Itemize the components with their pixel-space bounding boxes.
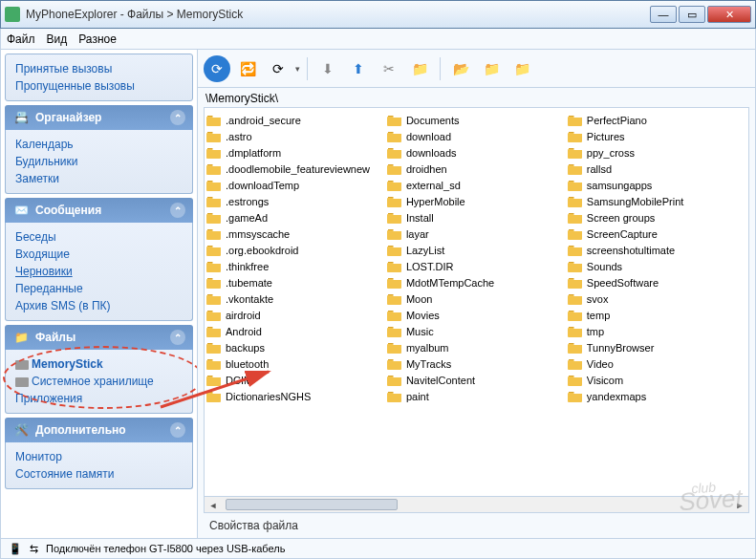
folder-item[interactable]: .gameAd [206, 209, 383, 226]
folder-item[interactable]: ScreenCapture [568, 226, 745, 242]
sidebar-item-notes[interactable]: Заметки [15, 170, 183, 187]
newfolder-button[interactable]: 📁 [406, 55, 433, 82]
sidebar-item-memorystick[interactable]: MemoryStick [15, 355, 183, 373]
folder-item[interactable]: paint [387, 388, 564, 404]
upload-button[interactable]: ⬆ [345, 55, 372, 82]
folder-item[interactable]: Documents [387, 112, 564, 128]
sidebar-item-memory-state[interactable]: Состояние памяти [15, 465, 183, 483]
folder-item[interactable]: backups [206, 339, 383, 355]
folder-item[interactable]: layar [387, 226, 564, 242]
folder-item[interactable]: samsungapps [568, 177, 745, 193]
maximize-button[interactable]: ▭ [679, 6, 705, 23]
folder-item[interactable]: SamsungMobilePrint [568, 193, 745, 209]
folder-item[interactable]: yandexmaps [568, 388, 745, 404]
file-list[interactable]: .android_secure.astro.dmplatform.doodlem… [204, 107, 749, 513]
folder-item[interactable]: Moon [387, 290, 564, 307]
panel-messages-header[interactable]: ✉️ Сообщения ⌃ [5, 198, 193, 223]
folder-item[interactable]: .astro [206, 128, 383, 144]
folder-item[interactable]: external_sd [387, 177, 564, 193]
folder-item[interactable]: temp [568, 307, 745, 323]
folder-label: Moon [406, 293, 433, 305]
folder-item[interactable]: LOST.DIR [387, 258, 564, 274]
sidebar-item-calendar[interactable]: Календарь [15, 136, 183, 153]
folder-item[interactable]: tmp [568, 323, 745, 339]
folder-item[interactable]: screenshotultimate [568, 242, 745, 258]
folder-item[interactable]: Movies [387, 307, 564, 323]
sidebar-item-systemstorage[interactable]: Системное хранилище [15, 373, 183, 390]
panel-extra-header[interactable]: 🛠️ Дополнительно ⌃ [5, 418, 193, 442]
folder-item[interactable]: DCIM [206, 372, 383, 388]
folder-item[interactable]: Music [387, 323, 564, 339]
horizontal-scrollbar[interactable]: ◄ ► [205, 496, 748, 512]
folder-item[interactable]: .vkontakte [206, 290, 383, 307]
folder-item[interactable]: myalbum [387, 339, 564, 355]
folder-item[interactable]: SpeedSoftware [568, 274, 745, 290]
folder-item[interactable]: .mmsyscache [206, 226, 383, 242]
folder-item[interactable]: downloads [387, 144, 564, 161]
folder-item[interactable]: .doodlemobile_featureviewnew [206, 161, 383, 177]
folder-item[interactable]: NavitelContent [387, 372, 564, 388]
sidebar-item-alarms[interactable]: Будильники [15, 153, 183, 170]
folder-label: tmp [587, 326, 604, 337]
sidebar-item-archive[interactable]: Архив SMS (в ПК) [15, 297, 183, 314]
folder-item[interactable]: .android_secure [206, 112, 383, 128]
folder-icon [206, 341, 222, 355]
folder-item[interactable]: airdroid [206, 307, 383, 323]
folder-item[interactable]: svox [568, 290, 745, 307]
folder-item[interactable]: Pictures [568, 128, 745, 144]
delete-button[interactable]: ✂ [376, 55, 402, 82]
folder-item[interactable]: .org.ebookdroid [206, 242, 383, 258]
folder-item[interactable]: droidhen [387, 161, 564, 177]
folder-item[interactable]: download [387, 128, 564, 144]
folder-item[interactable]: Install [387, 209, 564, 226]
folder-item[interactable]: Sounds [568, 258, 745, 274]
folder-item[interactable]: bluetooth [206, 355, 383, 372]
folder-icon [387, 179, 402, 192]
folder-item[interactable]: DictionariesNGHS [206, 388, 383, 404]
folder-item[interactable]: LazyList [387, 242, 564, 258]
sidebar-item-conversations[interactable]: Беседы [15, 228, 183, 246]
folder-item[interactable]: Screen groups [568, 209, 745, 226]
folder-item[interactable]: rallsd [568, 161, 745, 177]
minimize-button[interactable]: — [650, 6, 677, 23]
download-button[interactable]: ⬇ [314, 55, 341, 82]
folder-item[interactable]: TunnyBrowser [568, 339, 745, 355]
sidebar-item-apps[interactable]: Приложения [15, 390, 183, 407]
folder-item[interactable]: MyTracks [387, 355, 564, 372]
sync-button[interactable]: 🔁 [234, 55, 261, 82]
sidebar-item-drafts[interactable]: Черновики [15, 263, 183, 280]
folder-item[interactable]: ppy_cross [568, 144, 745, 161]
refresh2-button[interactable]: ⟳ [265, 55, 292, 82]
folder-item[interactable]: .downloadTemp [206, 177, 383, 193]
menu-misc[interactable]: Разное [78, 32, 117, 46]
folder-item[interactable]: Visicom [568, 372, 745, 388]
scroll-left-icon[interactable]: ◄ [205, 497, 222, 513]
folder-action2-button[interactable]: 📁 [508, 55, 535, 82]
sidebar-item-monitor[interactable]: Монитор [15, 448, 183, 465]
folder-item[interactable]: Android [206, 323, 383, 339]
sidebar-item-inbox[interactable]: Входящие [15, 246, 183, 263]
folder-item[interactable]: .estrongs [206, 193, 383, 209]
folder-up-button[interactable]: 📂 [447, 55, 474, 82]
menu-view[interactable]: Вид [47, 32, 68, 46]
folder-label: DictionariesNGHS [226, 391, 311, 402]
panel-organizer-header[interactable]: 📇 Органайзер ⌃ [5, 105, 193, 130]
scroll-thumb[interactable] [226, 499, 398, 510]
folder-item[interactable]: Video [568, 355, 745, 372]
folder-item[interactable]: HyperMobile [387, 193, 564, 209]
sidebar-item-missed-calls[interactable]: Пропущенные вызовы [15, 77, 183, 95]
refresh-button[interactable]: ⟳ [204, 55, 230, 82]
folder-item[interactable]: .tubemate [206, 274, 383, 290]
folder-action-button[interactable]: 📁 [478, 55, 505, 82]
panel-files-header[interactable]: 📁 Файлы ⌃ [5, 325, 193, 350]
sidebar-item-sent[interactable]: Переданные [15, 280, 183, 297]
dropdown-icon[interactable]: ▾ [295, 64, 300, 74]
sidebar-item-received-calls[interactable]: Принятые вызовы [15, 60, 183, 77]
folder-item[interactable]: .thinkfree [206, 258, 383, 274]
close-button[interactable]: ✕ [707, 6, 751, 23]
folder-item[interactable]: MdotMTempCache [387, 274, 564, 290]
scroll-right-icon[interactable]: ► [731, 497, 748, 513]
folder-item[interactable]: PerfectPiano [568, 112, 745, 128]
folder-item[interactable]: .dmplatform [206, 144, 383, 161]
menu-file[interactable]: Файл [7, 32, 35, 46]
